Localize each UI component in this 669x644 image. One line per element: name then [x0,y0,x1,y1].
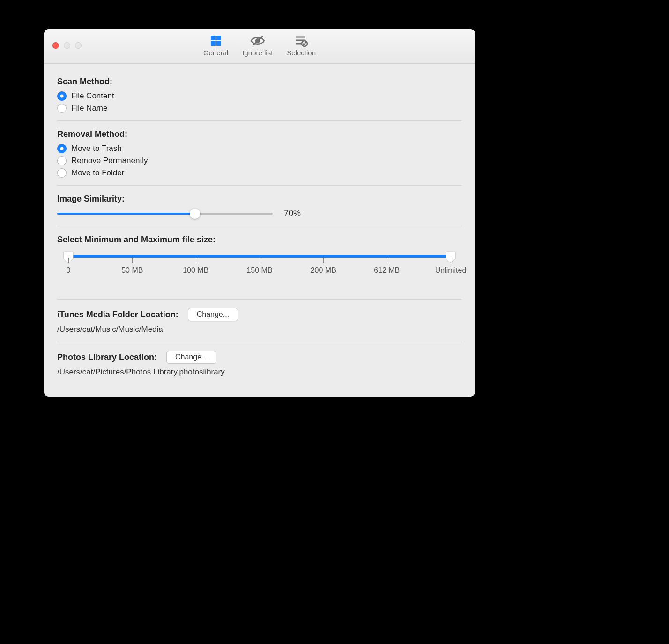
content-area: Scan Method: File Content File Name Remo… [44,64,475,397]
itunes-location-title: iTunes Media Folder Location: [57,310,178,320]
divider [57,226,462,226]
tab-ignore-list[interactable]: Ignore list [239,32,275,58]
range-tick-label: 200 MB [311,266,336,275]
range-tick-label: 0 [67,266,71,275]
radio-remove-permanently[interactable]: Remove Permanently [57,156,462,165]
range-tick [132,258,133,263]
toolbar-tabs: General Ignore list [201,32,319,58]
range-ticks [68,258,451,264]
tab-label: Selection [287,49,316,57]
radio-indicator [57,104,67,113]
file-size-title: Select Minimum and Maximum file size: [57,235,462,245]
radio-move-to-folder[interactable]: Move to Folder [57,168,462,178]
photos-location-title: Photos Library Location: [57,352,157,362]
similarity-slider[interactable] [57,213,273,215]
divider [57,185,462,186]
divider [57,299,462,300]
range-tick [451,258,451,263]
svg-rect-0 [211,36,216,40]
svg-rect-2 [211,41,216,46]
radio-file-content[interactable]: File Content [57,91,462,101]
photos-location-row: Photos Library Location: Change... [57,351,462,364]
range-tick-label: Unlimited [435,266,467,275]
range-tick [68,258,69,263]
radio-indicator [57,91,67,101]
radio-label: Move to Folder [71,168,124,178]
itunes-change-button[interactable]: Change... [188,308,238,321]
slider-thumb[interactable] [190,209,200,219]
divider [57,342,462,342]
range-labels: 050 MB100 MB150 MB200 MB612 MBUnlimited [68,266,451,277]
maximize-button[interactable] [75,42,82,49]
radio-file-name[interactable]: File Name [57,104,462,113]
svg-rect-3 [216,41,221,46]
tab-selection[interactable]: Selection [284,32,319,58]
window-controls [52,42,82,49]
scan-method-title: Scan Method: [57,77,462,87]
range-tick-label: 100 MB [183,266,208,275]
itunes-path: /Users/cat/Music/Music/Media [57,325,462,334]
radio-label: File Content [71,91,114,101]
grid-icon [209,33,223,49]
similarity-value: 70% [284,209,301,218]
radio-label: File Name [71,104,107,113]
radio-indicator [57,144,67,153]
itunes-location-row: iTunes Media Folder Location: Change... [57,308,462,321]
photos-path: /Users/cat/Pictures/Photos Library.photo… [57,367,462,377]
tab-label: General [203,49,228,57]
image-similarity-title: Image Similarity: [57,194,462,204]
slider-fill [57,213,195,215]
divider [57,120,462,121]
radio-label: Move to Trash [71,144,122,153]
tab-general[interactable]: General [201,32,231,58]
photos-change-button[interactable]: Change... [166,351,216,364]
radio-indicator [57,168,67,178]
list-check-icon [294,33,308,49]
radio-label: Remove Permanently [71,156,148,165]
removal-method-title: Removal Method: [57,129,462,139]
svg-rect-1 [216,36,221,40]
eye-slash-icon [250,33,266,49]
range-tick-label: 612 MB [374,266,400,275]
range-tick [260,258,260,263]
range-tick [323,258,324,263]
radio-indicator [57,156,67,165]
minimize-button[interactable] [64,42,70,49]
close-button[interactable] [52,42,59,49]
range-tick [387,258,387,263]
range-tick-label: 150 MB [246,266,272,275]
range-tick [196,258,196,263]
tab-label: Ignore list [242,49,273,57]
preferences-window: General Ignore list [44,29,475,397]
titlebar: General Ignore list [44,29,475,64]
file-size-range: 050 MB100 MB150 MB200 MB612 MBUnlimited [57,255,462,277]
range-tick-label: 50 MB [121,266,143,275]
image-similarity-row: 70% [57,209,462,218]
radio-move-to-trash[interactable]: Move to Trash [57,144,462,153]
